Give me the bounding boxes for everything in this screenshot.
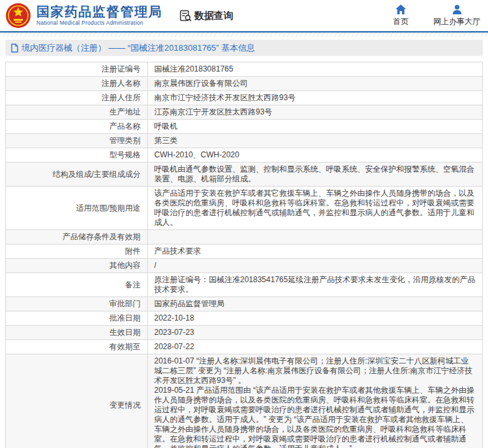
row-label: 生产地址 [6, 105, 148, 119]
row-value: 该产品适用于安装在救护车或者其它救援车辆上、车辆之外由操作人员随身携带的场合，以… [148, 187, 482, 230]
row-value: / [148, 259, 482, 272]
row-value: 2028-07-22 [148, 340, 482, 354]
table-row: 生效日期2023-07-23 [6, 326, 482, 340]
row-label: 其他内容 [6, 259, 148, 272]
table-row: 适用范围/预期用途该产品适用于安装在救护车或者其它救援车辆上、车辆之外由操作人员… [6, 187, 482, 230]
row-value: 南京晨伟医疗设备有限公司 [148, 77, 482, 90]
row-value: 2022-10-18 [148, 311, 482, 325]
row-label: 备注 [6, 273, 148, 296]
data-query-label: 数据查询 [195, 10, 234, 22]
hatch-strip [0, 33, 488, 37]
table-row: 注册证编号国械注准20183081765 [6, 62, 482, 77]
row-value [148, 230, 482, 244]
row-label: 批准日期 [6, 311, 148, 325]
row-value: 呼吸机 [148, 120, 482, 133]
nav-home[interactable]: 首页 [393, 5, 409, 27]
row-value: 国家药品监督管理局 [148, 297, 482, 311]
table-row: 附件产品技术要求 [6, 244, 482, 259]
row-label: 变更情况 [6, 354, 148, 448]
page-icon [10, 44, 19, 53]
table-row: 批准日期2022-10-18 [6, 311, 482, 326]
row-value: 呼吸机由通气参数设置、监测、控制和显示系统、呼吸系统、安全保护和报警系统、空氧混… [148, 163, 482, 186]
row-label: 注册证编号 [6, 62, 148, 76]
info-table: 注册证编号国械注准20183081765注册人名称南京晨伟医疗设备有限公司注册人… [5, 62, 483, 448]
nav-service-hall[interactable]: 网上办事大厅 [433, 5, 480, 27]
table-row: 产品储存条件及有效期 [6, 230, 482, 244]
nav-home-label: 首页 [393, 16, 409, 27]
row-label: 结构及组成/主要组成成分 [6, 163, 148, 186]
nav-service-hall-label: 网上办事大厅 [433, 16, 480, 27]
row-value: 第三类 [148, 134, 482, 148]
row-label: 注册人名称 [6, 77, 148, 90]
row-label: 管理类别 [6, 134, 148, 148]
row-value: 产品技术要求 [148, 244, 482, 258]
row-value: 国械注准20183081765 [148, 62, 482, 76]
user-icon [452, 5, 462, 14]
breadcrumb: 境内医疗器械（注册） —— “国械注准20183081765” 基本信息 [21, 42, 255, 54]
row-label: 有效期至 [6, 340, 148, 354]
row-label: 生效日期 [6, 326, 148, 339]
main-header: 国家药品监督管理局 National Medical Products Admi… [0, 0, 488, 31]
row-label: 适用范围/预期用途 [6, 187, 148, 230]
row-value: 2016-01-07 “注册人名称:深圳晨伟电子有限公司；注册人住所:深圳宝安二… [148, 354, 482, 448]
row-value: 原注册证编号：国械注准20183541765延续注册产品技术要求未发生变化，沿用… [148, 273, 482, 296]
breadcrumb-bar: 境内医疗器械（注册） —— “国械注准20183081765” 基本信息 [5, 40, 483, 56]
table-row: 注册人住所南京市江宁经济技术开发区胜太西路93号 [6, 91, 482, 105]
row-label: 审批部门 [6, 297, 148, 311]
table-row: 其他内容/ [6, 259, 482, 273]
document-search-icon [180, 10, 192, 22]
table-row: 管理类别第三类 [6, 134, 482, 148]
site-title: 国家药品监督管理局 [36, 5, 163, 19]
row-label: 附件 [6, 244, 148, 258]
home-icon [396, 5, 406, 14]
row-label: 产品储存条件及有效期 [6, 230, 148, 244]
table-row: 生产地址江苏南京江宁开发区胜太西路93号 [6, 105, 482, 120]
data-query-button[interactable]: 数据查询 [180, 10, 234, 22]
table-row: 有效期至2028-07-22 [6, 340, 482, 354]
table-row: 型号规格CWH-2010、CWH-2020 [6, 148, 482, 163]
table-row: 产品名称呼吸机 [6, 120, 482, 134]
site-logo[interactable]: 国家药品监督管理局 National Medical Products Admi… [5, 2, 163, 29]
row-label: 产品名称 [6, 120, 148, 133]
table-row: 结构及组成/主要组成成分呼吸机由通气参数设置、监测、控制和显示系统、呼吸系统、安… [6, 163, 482, 187]
row-value: 南京市江宁经济技术开发区胜太西路93号 [148, 91, 482, 105]
national-emblem-icon [5, 2, 31, 29]
row-label: 注册人住所 [6, 91, 148, 105]
site-subtitle: National Medical Products Administration [36, 20, 163, 26]
table-row: 备注原注册证编号：国械注准20183541765延续注册产品技术要求未发生变化，… [6, 273, 482, 297]
table-row: 变更情况2016-01-07 “注册人名称:深圳晨伟电子有限公司；注册人住所:深… [6, 354, 482, 448]
row-value: CWH-2010、CWH-2020 [148, 148, 482, 162]
row-label: 型号规格 [6, 148, 148, 162]
row-value: 2023-07-23 [148, 326, 482, 339]
table-row: 审批部门国家药品监督管理局 [6, 297, 482, 311]
table-row: 注册人名称南京晨伟医疗设备有限公司 [6, 77, 482, 91]
row-value: 江苏南京江宁开发区胜太西路93号 [148, 105, 482, 119]
